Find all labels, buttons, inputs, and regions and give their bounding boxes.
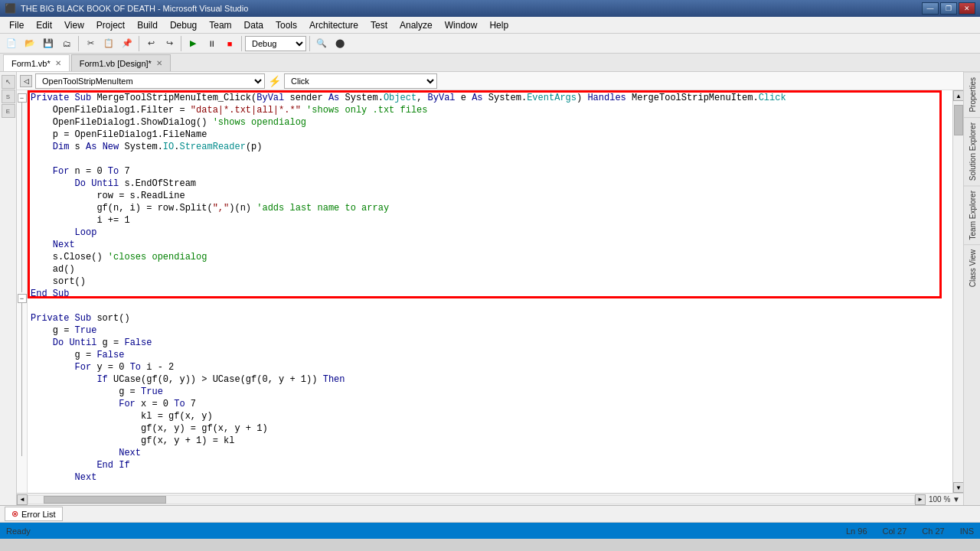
- vertical-scrollbar[interactable]: ▲ ▼: [952, 90, 963, 493]
- outline-line-2: [21, 303, 26, 456]
- code-line-28: gf(x, y) = gf(x, y + 1): [31, 422, 949, 435]
- code-line-21: Do Until g = False: [31, 337, 949, 349]
- error-icon: ⊗: [11, 509, 18, 519]
- code-line-2: OpenFileDialog1.Filter = "data|*.txt|all…: [31, 104, 949, 116]
- right-tab-properties[interactable]: Properties: [964, 72, 980, 117]
- right-tab-solution-explorer[interactable]: Solution Explorer: [964, 117, 980, 185]
- debug-config-dropdown[interactable]: Debug Release: [245, 36, 306, 51]
- tb-cut[interactable]: ✂: [82, 35, 99, 52]
- tb-breakpoint[interactable]: ⬤: [332, 35, 348, 52]
- error-list-label: Error List: [21, 510, 56, 519]
- tb-redo[interactable]: ↪: [161, 35, 178, 52]
- menu-data[interactable]: Data: [238, 17, 270, 33]
- tb-save[interactable]: 💾: [40, 35, 57, 52]
- tab-form1-design[interactable]: Form1.vb [Design]* ✕: [71, 54, 171, 71]
- tb-new[interactable]: 📄: [3, 35, 20, 52]
- code-line-12: Loop: [31, 227, 949, 239]
- code-line-blank2: [31, 300, 949, 312]
- code-line-30: Next: [31, 447, 949, 459]
- scroll-down-btn[interactable]: ▼: [953, 482, 963, 493]
- code-editor[interactable]: Private Sub MergeToolStripMenuItem_Click…: [28, 90, 952, 493]
- h-scroll-thumb[interactable]: [44, 496, 166, 504]
- scroll-track[interactable]: [953, 101, 963, 482]
- code-line-31: End If: [31, 459, 949, 471]
- tb-sep2: [139, 36, 139, 51]
- scroll-thumb[interactable]: [954, 105, 963, 135]
- object-selector[interactable]: OpenToolStripMenuItem: [35, 73, 265, 89]
- toolbar: 📄 📂 💾 🗂 ✂ 📋 📌 ↩ ↪ ▶ ⏸ ■ Debug Release 🔍 …: [0, 34, 980, 54]
- restore-button[interactable]: ❐: [940, 2, 957, 15]
- code-line-11: i += 1: [31, 214, 949, 227]
- status-col: Col 27: [883, 527, 907, 536]
- right-tab-class-view[interactable]: Class View: [964, 244, 980, 292]
- menu-analyze[interactable]: Analyze: [394, 17, 439, 33]
- code-line-13: Next: [31, 239, 949, 251]
- nav-prev-btn[interactable]: ◁: [20, 75, 32, 87]
- code-line-23: For y = 0 To i - 2: [31, 361, 949, 373]
- tab-form1-vb-close[interactable]: ✕: [55, 59, 61, 67]
- code-line-8: Do Until s.EndOfStream: [31, 178, 949, 190]
- tb-sep4: [241, 36, 242, 51]
- scroll-right-btn[interactable]: ►: [915, 494, 926, 505]
- tb-undo[interactable]: ↩: [142, 35, 159, 52]
- code-line-10: gf(n, i) = row.Split(",")(n) 'adds last …: [31, 202, 949, 214]
- menu-build[interactable]: Build: [131, 17, 164, 33]
- menu-team[interactable]: Team: [203, 17, 237, 33]
- scroll-left-btn[interactable]: ◄: [17, 494, 28, 505]
- menu-window[interactable]: Window: [439, 17, 484, 33]
- horizontal-scrollbar[interactable]: ◄ ► 100 % ▼: [17, 493, 963, 505]
- code-line-14: s.Close() 'closes opendialog: [31, 251, 949, 263]
- outline-line-1: [21, 103, 26, 292]
- code-line-29: gf(x, y + 1) = kl: [31, 435, 949, 447]
- menu-bar: File Edit View Project Build Debug Team …: [0, 17, 980, 34]
- tb-find[interactable]: 🔍: [313, 35, 330, 52]
- menu-project[interactable]: Project: [90, 17, 131, 33]
- menu-edit[interactable]: Edit: [30, 17, 58, 33]
- close-button[interactable]: ✕: [959, 2, 975, 15]
- code-line-25: g = True: [31, 386, 949, 398]
- code-area: ◁ OpenToolStripMenuItem ⚡ Click − −: [17, 72, 963, 505]
- code-line-17: End Sub: [31, 288, 949, 300]
- tb-pause[interactable]: ⏸: [203, 35, 220, 52]
- left-sidebar: ↖ S E: [0, 72, 17, 505]
- zoom-dropdown-icon[interactable]: ▼: [952, 495, 960, 504]
- status-ins: INS: [960, 527, 974, 536]
- tb-run[interactable]: ▶: [185, 35, 201, 52]
- minimize-button[interactable]: —: [922, 2, 939, 15]
- tab-form1-vb[interactable]: Form1.vb* ✕: [3, 54, 70, 71]
- right-tab-team-explorer[interactable]: Team Explorer: [964, 185, 980, 244]
- tb-stop[interactable]: ■: [221, 35, 238, 52]
- menu-debug[interactable]: Debug: [164, 17, 203, 33]
- event-selector[interactable]: Click: [284, 73, 437, 89]
- tb-paste[interactable]: 📌: [119, 35, 136, 52]
- code-line-15: ad(): [31, 263, 949, 276]
- tb-save-all[interactable]: 🗂: [58, 35, 75, 52]
- tb-sep5: [309, 36, 310, 51]
- tb-open[interactable]: 📂: [21, 35, 38, 52]
- menu-architecture[interactable]: Architecture: [303, 17, 364, 33]
- scroll-up-btn[interactable]: ▲: [953, 90, 963, 101]
- menu-view[interactable]: View: [58, 17, 90, 33]
- sidebar-icon-explorer[interactable]: E: [2, 104, 15, 118]
- sidebar-icon-pointer[interactable]: ↖: [2, 75, 15, 89]
- collapse-btn-1[interactable]: −: [18, 93, 27, 103]
- sidebar-icon-server[interactable]: S: [2, 90, 15, 103]
- status-bar: Ready Ln 96 Col 27 Ch 27 INS: [0, 522, 980, 539]
- window-title: THE BIG BLACK BOOK OF DEATH - Microsoft …: [21, 4, 922, 13]
- window-controls: — ❐ ✕: [922, 2, 975, 15]
- code-line-16: sort(): [31, 276, 949, 288]
- collapse-btn-2[interactable]: −: [18, 294, 27, 303]
- menu-help[interactable]: Help: [483, 17, 514, 33]
- right-panel: Properties Solution Explorer Team Explor…: [963, 72, 980, 505]
- code-line-3: OpenFileDialog1.ShowDialog() 'shows open…: [31, 116, 949, 129]
- menu-tools[interactable]: Tools: [270, 17, 303, 33]
- menu-test[interactable]: Test: [364, 17, 394, 33]
- error-list-tab[interactable]: ⊗ Error List: [5, 507, 63, 521]
- menu-file[interactable]: File: [3, 17, 30, 33]
- tab-form1-vb-label: Form1.vb*: [11, 59, 51, 68]
- tab-form1-design-close[interactable]: ✕: [156, 59, 162, 67]
- code-line-32: Next: [31, 471, 949, 484]
- tab-bar: Form1.vb* ✕ Form1.vb [Design]* ✕: [0, 54, 980, 72]
- tb-copy[interactable]: 📋: [100, 35, 117, 52]
- code-content[interactable]: − − Private Sub MergeToolStripMenuItem_C…: [17, 90, 963, 493]
